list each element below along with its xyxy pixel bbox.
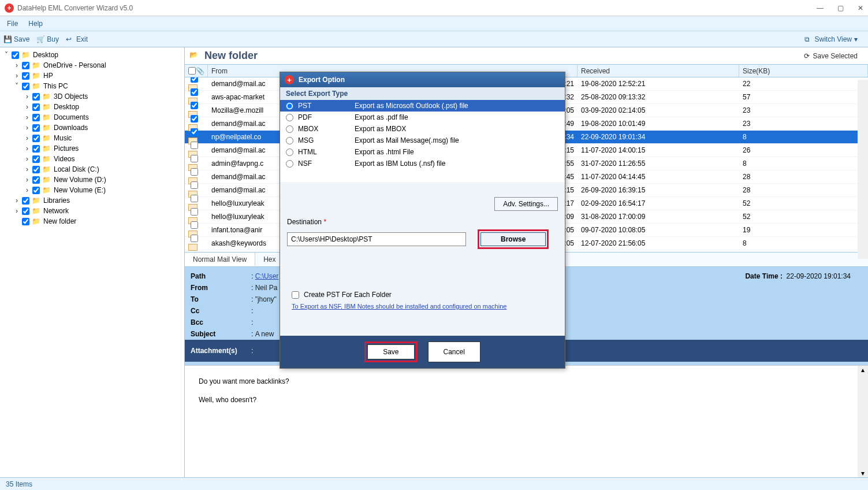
export-option-pst[interactable]: PSTExport as Microsoft Outlook (.pst) fi… [280, 100, 565, 112]
row-checkbox[interactable] [191, 195, 198, 202]
tree-item[interactable]: ›📁Videos [0, 154, 184, 164]
row-checkbox[interactable] [191, 115, 198, 122]
tree-item[interactable]: ›📁OneDrive - Personal [0, 60, 184, 70]
toolbar-exit[interactable]: ↩ Exit [66, 35, 88, 43]
row-checkbox[interactable] [191, 77, 198, 83]
export-option-nsf[interactable]: NSFExport as IBM Lotus (.nsf) file [280, 158, 565, 169]
grid-scrollbar[interactable] [858, 80, 868, 259]
row-checkbox[interactable] [191, 168, 198, 176]
tree-item[interactable]: ›📁HP [0, 70, 184, 81]
nsf-note-link[interactable]: To Export as NSF, IBM Notes should be in… [292, 303, 506, 310]
menu-help[interactable]: Help [28, 20, 43, 28]
tree-item[interactable]: ›📁Music [0, 133, 184, 143]
create-pst-each-folder-checkbox[interactable] [292, 291, 299, 299]
header-received[interactable]: Received [578, 65, 739, 77]
tree-checkbox[interactable] [32, 124, 40, 132]
export-radio[interactable] [286, 114, 293, 121]
tree-expander[interactable]: › [23, 165, 31, 173]
tree-item[interactable]: 📁New folder [0, 216, 184, 227]
tree-expander[interactable]: › [13, 196, 21, 205]
export-option-pdf[interactable]: PDFExport as .pdf file [280, 112, 565, 123]
preview-scrollbar[interactable]: ▴▾ [858, 366, 868, 477]
tab-normal-mail-view[interactable]: Normal Mail View [185, 253, 255, 266]
tree-checkbox[interactable] [32, 155, 40, 163]
tree-checkbox[interactable] [32, 114, 40, 121]
tree-expander[interactable]: › [23, 134, 31, 142]
tree-checkbox[interactable] [32, 93, 40, 101]
export-radio[interactable] [286, 125, 293, 133]
export-radio[interactable] [286, 137, 293, 144]
tree-checkbox[interactable] [32, 145, 40, 153]
row-checkbox[interactable] [191, 128, 198, 136]
adv-settings-button[interactable]: Adv. Settings... [494, 197, 558, 211]
tree-expander[interactable]: › [23, 186, 31, 194]
tree-item[interactable]: ›📁New Volume (D:) [0, 175, 184, 185]
tree-checkbox[interactable] [22, 72, 29, 80]
toolbar-save[interactable]: 💾 Save [3, 35, 29, 43]
export-option-mbox[interactable]: MBOXExport as MBOX [280, 123, 565, 135]
minimize-button[interactable]: — [817, 4, 824, 12]
tree-expander[interactable] [13, 217, 21, 225]
row-checkbox[interactable] [191, 88, 198, 96]
toolbar-buy[interactable]: 🛒 Buy [36, 35, 59, 43]
path-value[interactable]: C:\User [255, 272, 279, 280]
maximize-button[interactable]: ▢ [837, 4, 844, 12]
row-checkbox[interactable] [191, 102, 198, 109]
tree-item[interactable]: ˅📁Desktop [0, 50, 184, 60]
row-checkbox[interactable] [191, 221, 198, 229]
export-radio[interactable] [286, 160, 293, 168]
tree-checkbox[interactable] [32, 103, 40, 111]
folder-tree[interactable]: ˅📁Desktop›📁OneDrive - Personal›📁HP˅📁This… [0, 47, 185, 477]
row-checkbox[interactable] [191, 142, 198, 149]
tree-expander[interactable]: › [13, 61, 21, 69]
tree-checkbox[interactable] [12, 51, 19, 59]
header-size[interactable]: Size(KB) [739, 65, 868, 77]
tree-expander[interactable]: › [23, 124, 31, 132]
tree-item[interactable]: ›📁Libraries [0, 195, 184, 206]
export-radio[interactable] [286, 102, 293, 110]
tree-item[interactable]: ›📁Desktop [0, 102, 184, 112]
row-checkbox[interactable] [191, 181, 198, 189]
tree-item[interactable]: ›📁Pictures [0, 143, 184, 154]
browse-button[interactable]: Browse [480, 232, 546, 246]
tree-expander[interactable]: › [13, 207, 21, 215]
tree-checkbox[interactable] [32, 135, 40, 142]
tree-expander[interactable]: ˅ [2, 51, 10, 59]
toolbar-switch-view[interactable]: ⧉ Switch View ▾ [804, 35, 858, 43]
tree-checkbox[interactable] [32, 166, 40, 173]
tree-checkbox[interactable] [22, 197, 29, 205]
tree-item[interactable]: ›📁3D Objects [0, 91, 184, 102]
export-option-html[interactable]: HTMLExport as .html File [280, 146, 565, 158]
tree-checkbox[interactable] [32, 187, 40, 194]
close-button[interactable]: ✕ [858, 4, 863, 12]
export-radio[interactable] [286, 149, 293, 156]
tree-expander[interactable]: › [23, 155, 31, 163]
tree-item[interactable]: ›📁Downloads [0, 122, 184, 133]
tree-item[interactable]: ›📁New Volume (E:) [0, 185, 184, 195]
tree-expander[interactable]: › [23, 144, 31, 153]
tree-item[interactable]: ›📁Documents [0, 112, 184, 122]
dialog-save-button[interactable]: Save [367, 344, 414, 359]
tree-checkbox[interactable] [22, 207, 29, 215]
row-checkbox[interactable] [191, 208, 198, 216]
save-selected-button[interactable]: ⟳ Save Selected [798, 50, 863, 62]
menu-file[interactable]: File [7, 20, 18, 28]
header-checkbox[interactable]: 📎 [185, 65, 208, 77]
export-option-msg[interactable]: MSGExport as Mail Message(.msg) file [280, 135, 565, 146]
tree-expander[interactable]: ˅ [13, 82, 21, 90]
tree-expander[interactable]: › [23, 113, 31, 121]
tree-expander[interactable]: › [23, 176, 31, 184]
tree-item[interactable]: ›📁Network [0, 206, 184, 216]
row-checkbox[interactable] [191, 235, 198, 242]
tree-item[interactable]: ›📁Local Disk (C:) [0, 164, 184, 175]
dialog-cancel-button[interactable]: Cancel [428, 341, 480, 362]
preview-body[interactable]: Do you want more backlinks? Well, who do… [185, 365, 868, 477]
destination-input[interactable] [287, 232, 466, 246]
dialog-titlebar[interactable]: + Export Option [280, 72, 565, 87]
tree-checkbox[interactable] [22, 62, 29, 69]
tree-expander[interactable]: › [13, 72, 21, 80]
row-checkbox[interactable] [191, 155, 198, 162]
tree-item[interactable]: ˅📁This PC [0, 81, 184, 91]
tree-checkbox[interactable] [22, 83, 29, 90]
tree-expander[interactable]: › [23, 92, 31, 101]
